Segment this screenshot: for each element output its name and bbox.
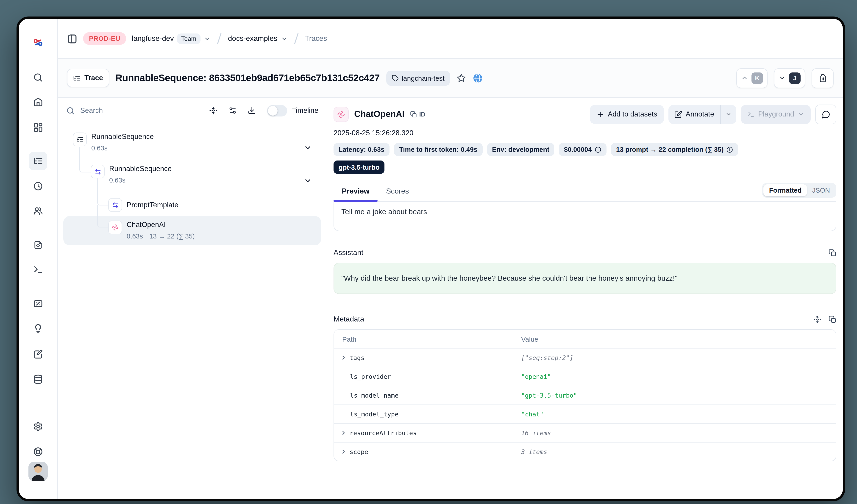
format-json-option[interactable]: JSON — [807, 184, 835, 196]
project-selector[interactable]: docs-examples — [228, 34, 287, 42]
sidebar-item-scores[interactable] — [29, 294, 47, 313]
view-settings-icon[interactable] — [229, 106, 237, 115]
chevron-down-icon — [778, 74, 786, 82]
trace-tag-badge[interactable]: langchain-test — [386, 70, 450, 86]
env-region-badge[interactable]: PROD-EU — [83, 32, 127, 45]
breadcrumb-page[interactable]: Traces — [305, 34, 327, 42]
node-duration: 0.63s — [109, 176, 125, 185]
preview-content: Tell me a joke about bears Assistant "Wh… — [334, 202, 836, 499]
assistant-message-box: "Why did the bear break up with the hone… — [334, 263, 836, 294]
copy-icon[interactable] — [828, 249, 836, 257]
sidebar-item-support[interactable] — [29, 442, 47, 461]
sidebar-item-sessions[interactable] — [29, 177, 47, 195]
cost-badge[interactable]: $0.00004 — [559, 143, 606, 156]
sidebar-item-search[interactable] — [29, 68, 47, 87]
clipboard-pen-icon — [33, 349, 43, 360]
sidebar-item-prompts[interactable] — [29, 236, 47, 254]
copy-icon[interactable] — [828, 315, 836, 323]
list-tree-icon — [73, 133, 87, 146]
breadcrumb: PROD-EU langfuse-dev Team docs-examples … — [58, 19, 843, 59]
prev-trace-button[interactable]: K — [736, 68, 768, 88]
clock-icon — [33, 181, 43, 191]
tree-search-input[interactable] — [79, 106, 205, 115]
org-type-badge: Team — [177, 33, 201, 44]
openai-icon — [334, 107, 349, 122]
collapse-all-icon[interactable] — [209, 106, 217, 115]
nav-rail — [19, 19, 57, 499]
sidebar-item-tracing[interactable] — [29, 152, 47, 170]
node-label: ChatOpenAI — [127, 221, 166, 228]
life-buoy-icon — [33, 447, 43, 457]
org-selector[interactable]: langfuse-dev Team — [132, 33, 211, 44]
metadata-table-header: Path Value — [334, 330, 836, 348]
table-row: ls_model_name "gpt-3.5-turbo" — [334, 386, 836, 404]
terminal-icon — [747, 110, 754, 118]
project-name: docs-examples — [228, 34, 277, 42]
sidebar-item-annotation[interactable] — [29, 345, 47, 364]
sidebar-item-datasets[interactable] — [29, 370, 47, 388]
org-name: langfuse-dev — [132, 34, 174, 42]
table-row: ls_model_type "chat" — [334, 404, 836, 423]
observation-timestamp: 2025-08-25 15:26:28.320 — [334, 129, 836, 137]
table-row[interactable]: resourceAttributes 16 items — [334, 423, 836, 442]
next-trace-button[interactable]: J — [774, 68, 805, 88]
sidebar-item-playground[interactable] — [29, 260, 47, 279]
info-icon — [726, 146, 733, 153]
annotate-dropdown-button[interactable] — [721, 105, 736, 124]
expand-all-icon[interactable] — [813, 315, 821, 323]
format-toggle: Formatted JSON — [762, 183, 836, 198]
sidebar-item-dashboards[interactable] — [29, 118, 47, 137]
meta-key: ls_model_name — [350, 392, 399, 399]
info-icon — [594, 146, 602, 153]
delete-trace-button[interactable] — [811, 68, 834, 88]
assistant-message-text: "Why did the bear break up with the hone… — [341, 274, 677, 282]
breadcrumb-separator — [294, 33, 299, 45]
tag-icon — [391, 74, 399, 82]
langfuse-logo-icon — [32, 36, 44, 49]
tree-row-chat-openai[interactable]: ChatOpenAI 0.63s13 → 22 (∑ 35) — [65, 220, 318, 241]
tree-row-root[interactable]: RunnableSequence 0.63s — [65, 132, 318, 153]
chevron-right-icon — [340, 430, 347, 436]
star-icon[interactable] — [456, 73, 466, 83]
download-icon[interactable] — [248, 106, 256, 115]
chevron-down-icon[interactable] — [304, 177, 312, 185]
add-to-datasets-button[interactable]: Add to datasets — [590, 105, 663, 124]
observation-tree-panel: Timeline RunnableSequence 0.63s — [58, 98, 326, 499]
plus-icon — [596, 110, 604, 118]
node-tokens: 13 → 22 (∑ 35) — [149, 231, 195, 241]
annotate-button[interactable]: Annotate — [668, 105, 720, 124]
tree-row-prompt-template[interactable]: PromptTemplate — [65, 196, 318, 214]
copy-id-button[interactable]: ID — [410, 111, 425, 118]
sidebar-item-settings[interactable] — [29, 417, 47, 436]
tab-preview[interactable]: Preview — [334, 184, 378, 201]
chevron-down-icon[interactable] — [304, 143, 312, 152]
desktop: PROD-EU langfuse-dev Team docs-examples … — [0, 0, 857, 504]
node-label: PromptTemplate — [127, 200, 179, 210]
stats-badges: Latency: 0.63s Time to first token: 0.49… — [334, 143, 836, 156]
sidebar-item-users[interactable] — [29, 202, 47, 220]
sidebar-item-home[interactable] — [29, 93, 47, 111]
tokens-badge[interactable]: 13 prompt → 22 completion (∑ 35) — [611, 143, 738, 156]
model-badge[interactable]: gpt-3.5-turbo — [334, 160, 385, 174]
tree-row-sequence[interactable]: RunnableSequence 0.63s — [65, 164, 318, 185]
list-tree-icon — [33, 156, 43, 166]
openai-icon — [108, 221, 122, 234]
playground-button[interactable]: Playground — [741, 105, 811, 124]
panel-left-toggle-icon[interactable] — [67, 33, 78, 44]
table-row[interactable]: scope 3 items — [334, 442, 836, 461]
tab-scores[interactable]: Scores — [378, 184, 417, 201]
database-icon — [33, 374, 43, 384]
table-row[interactable]: tags ["seq:step:2"] — [334, 348, 836, 367]
comments-button[interactable] — [815, 104, 836, 124]
node-duration: 0.63s — [127, 231, 143, 241]
globe-icon[interactable] — [473, 73, 483, 83]
user-avatar[interactable] — [29, 462, 48, 481]
env-badge: Env: development — [487, 143, 554, 156]
timeline-toggle[interactable] — [267, 105, 287, 116]
format-formatted-option[interactable]: Formatted — [763, 184, 807, 196]
users-icon — [33, 206, 43, 216]
column-path: Path — [340, 335, 521, 343]
sidebar-item-evaluation[interactable] — [29, 320, 47, 338]
search-icon — [66, 106, 75, 115]
percent-card-icon — [33, 298, 43, 309]
